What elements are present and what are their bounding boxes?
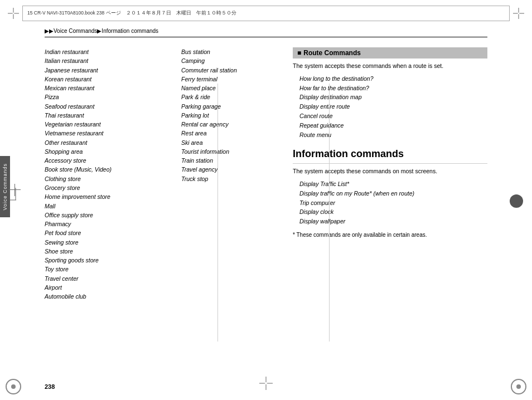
left-col-item: Sporting goods store [45,256,173,265]
mid-col-item: Ski area [181,138,284,147]
left-col-item: Airport [45,283,173,292]
info-commands-description: The system accepts these commands on mos… [293,167,487,176]
corner-decoration-br [511,379,526,394]
left-mid-crosshair-h [8,189,21,190]
right-column: Route CommandsThe system accepts these c… [284,42,487,372]
mid-col-item: Camping [181,56,284,65]
left-col-item: Toy store [45,265,173,274]
left-col-item: Book store (Music, Video) [45,165,173,174]
info-commands-divider [293,163,487,164]
left-col-item: Italian restaurant [45,56,173,65]
mid-col-item: Train station [181,156,284,165]
divider-left [217,84,218,342]
left-col-item: Pizza [45,92,173,101]
route-command-item: Display destination map [293,92,487,102]
page-number: 238 [45,383,55,390]
left-col-item: Shopping area [45,147,173,156]
divider-right [329,84,330,342]
side-tab: Voice Commands [0,156,10,217]
left-col-item: Thai restaurant [45,111,173,120]
mid-col-item: Truck stop [181,174,284,183]
bottom-center-crosshair [259,377,273,390]
route-commands-description: The system accepts these commands when a… [293,62,487,71]
left-col-item: Mall [45,202,173,211]
route-command-item: How far to the destination? [293,84,487,93]
corner-decoration-tr [511,6,526,21]
route-command-item: How long to the destination? [293,74,487,84]
left-col-item: Indian restaurant [45,47,173,56]
left-col-item: Home improvement store [45,192,173,201]
left-col-item: Vietnamese restaurant [45,129,173,138]
mid-column: Bus stationCampingCommuter rail stationF… [173,42,284,372]
info-command-item: Display wallpaper [293,217,487,226]
left-col-item: Pet food store [45,228,173,237]
left-col-item: Travel center [45,274,173,283]
top-bar: 15 CR-V NAVI-31T0A8100.book 238 ページ ２０１４… [22,6,510,21]
left-col-item: Grocery store [45,183,173,192]
mid-col-item: Named place [181,84,284,92]
mid-col-item: Commuter rail station [181,66,284,75]
route-command-item: Repeat guidance [293,121,487,130]
left-col-item: Other restaurant [45,138,173,147]
corner-decoration-bl [6,379,21,394]
info-commands-title: Information commands [293,148,487,160]
route-command-item: Route menu [293,130,487,140]
mid-col-item: Rest area [181,129,284,138]
left-col-item: Japanese restaurant [45,66,173,75]
left-col-item: Clothing store [45,174,173,183]
left-col-item: Pharmacy [45,219,173,228]
route-command-item: Cancel route [293,111,487,121]
left-col-item: Korean restaurant [45,75,173,84]
mid-col-item: Park & ride [181,92,284,101]
info-command-item: Display clock [293,207,487,217]
left-col-item: Automobile club [45,292,173,301]
mid-col-item: Parking garage [181,102,284,111]
corner-decoration-tl [6,6,21,21]
info-commands-note: * These commands are only available in c… [293,231,487,239]
info-command-item: Trip computer [293,198,487,208]
info-command-item: Display traffic on my Route* (when en ro… [293,189,487,198]
mid-col-item: Rental car agency [181,120,284,129]
route-commands-header: Route Commands [293,47,487,58]
right-circle-mid [510,194,523,208]
left-col-item: Shoe store [45,247,173,256]
main-content: Indian restaurantItalian restaurantJapan… [45,42,487,372]
mid-col-item: Bus station [181,47,284,56]
breadcrumb: ▶▶Voice Commands▶Information commands [45,28,158,34]
mid-col-item: Ferry terminal [181,75,284,84]
left-col-item: Sewing store [45,238,173,247]
mid-col-item: Tourist information [181,147,284,156]
left-col-item: Office supply store [45,211,173,219]
left-col-item: Seafood restaurant [45,102,173,111]
top-bar-text: 15 CR-V NAVI-31T0A8100.book 238 ページ ２０１４… [27,10,236,17]
route-command-item: Display entire route [293,102,487,111]
left-mid-crosshair-v [14,184,15,196]
mid-col-item: Parking lot [181,111,284,120]
info-command-item: Display Traffic List* [293,179,487,189]
left-col-item: Vegetarian restaurant [45,120,173,129]
mid-col-item: Travel agency [181,165,284,174]
left-col-item: Accessory store [45,156,173,165]
left-column: Indian restaurantItalian restaurantJapan… [45,42,173,372]
breadcrumb-underline [45,37,487,37]
left-col-item: Mexican restaurant [45,84,173,92]
